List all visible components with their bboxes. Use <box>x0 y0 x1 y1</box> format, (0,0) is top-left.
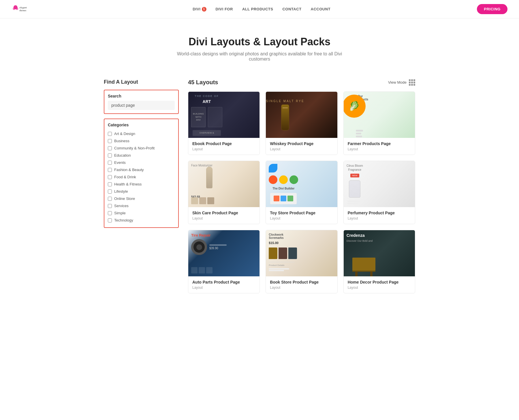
logo[interactable]: elegant themes <box>12 4 46 14</box>
category-checkbox-5[interactable] <box>108 168 112 172</box>
nav-item-divi-for[interactable]: DIVI FOR <box>216 7 233 11</box>
categories-list: Art & DesignBusinessCommunity & Non-Prof… <box>108 130 175 224</box>
card-type-skincare: Layout <box>192 216 255 220</box>
category-item-6[interactable]: Food & Drink <box>108 173 175 181</box>
svg-point-1 <box>16 7 18 10</box>
card-ebook[interactable]: THE CODE OF ART BUILDINGWITHDIVI OVERVIE… <box>188 91 260 155</box>
card-type-autoparts: Layout <box>192 286 255 290</box>
category-item-10[interactable]: Services <box>108 202 175 209</box>
layouts-count: 45 Layouts <box>188 79 218 86</box>
category-item-1[interactable]: Business <box>108 137 175 145</box>
card-info-whiskey: Whiskey Product PageLayout <box>266 138 337 155</box>
card-info-farmer: Farmer Products PageLayout <box>344 138 415 155</box>
category-checkbox-3[interactable] <box>108 153 112 158</box>
category-label-2: Community & Non-Profit <box>114 146 155 150</box>
card-type-farmer: Layout <box>348 147 411 151</box>
card-info-perfumery: Perfumery Product PageLayout <box>344 207 415 224</box>
category-label-5: Fashion & Beauty <box>114 168 144 172</box>
nav-divi-badge: 1 <box>202 7 206 12</box>
category-item-9[interactable]: Online Store <box>108 195 175 202</box>
sidebar-title: Find A Layout <box>104 79 179 85</box>
category-checkbox-2[interactable] <box>108 146 112 150</box>
view-mode-icon <box>409 79 415 86</box>
nav-item-account[interactable]: ACCOUNT <box>311 7 331 11</box>
card-bookstore[interactable]: ClockworkScremarks $15.00 Product Detail… <box>266 230 337 293</box>
card-name-autoparts: Auto Parts Product Page <box>192 280 255 284</box>
category-label-7: Health & Fitness <box>114 182 142 186</box>
content-area: 45 Layouts View Mode THE CODE OF ART BUI… <box>188 79 415 293</box>
category-item-0[interactable]: Art & Design <box>108 130 175 137</box>
category-label-12: Technology <box>114 218 133 222</box>
category-label-6: Food & Drink <box>114 175 136 179</box>
card-autoparts[interactable]: Tire Repair $39.90 Auto Parts Product Pa… <box>188 230 260 293</box>
category-checkbox-11[interactable] <box>108 211 112 215</box>
category-checkbox-1[interactable] <box>108 139 112 143</box>
category-label-8: Lifestyle <box>114 189 128 194</box>
category-item-12[interactable]: Technology <box>108 217 175 224</box>
categories-title: Categories <box>108 123 175 127</box>
category-label-9: Online Store <box>114 196 135 201</box>
card-thumbnail-autoparts: Tire Repair $39.90 <box>188 230 260 276</box>
card-type-ebook: Layout <box>192 147 255 151</box>
card-thumbnail-whiskey: SINGLE MALT RYE <box>266 92 337 138</box>
layouts-grid: THE CODE OF ART BUILDINGWITHDIVI OVERVIE… <box>188 91 415 293</box>
svg-text:themes: themes <box>19 9 26 12</box>
category-checkbox-0[interactable] <box>108 132 112 136</box>
category-checkbox-9[interactable] <box>108 197 112 201</box>
category-item-11[interactable]: Simple <box>108 209 175 217</box>
card-name-whiskey: Whiskey Product Page <box>270 141 333 146</box>
category-label-0: Art & Design <box>114 132 135 136</box>
card-thumbnail-farmer: Our Products 🥬 <box>344 92 415 138</box>
svg-text:elegant: elegant <box>19 6 27 9</box>
category-label-10: Services <box>114 204 129 208</box>
card-name-ebook: Ebook Product Page <box>192 141 255 146</box>
card-thumbnail-ebook: THE CODE OF ART BUILDINGWITHDIVI OVERVIE… <box>188 92 260 138</box>
card-perfumery[interactable]: Citrus BloomFragrance NEW Perfumery Prod… <box>343 161 415 224</box>
nav-item-contact[interactable]: CONTACT <box>282 7 301 11</box>
sidebar: Find A Layout Search Categories Art & De… <box>104 79 179 293</box>
category-item-7[interactable]: Health & Fitness <box>108 181 175 188</box>
category-checkbox-4[interactable] <box>108 161 112 165</box>
pricing-button[interactable]: PRICING <box>477 4 507 14</box>
card-info-toystore: Toy Store Product PageLayout <box>266 207 337 224</box>
category-label-1: Business <box>114 139 129 143</box>
card-thumbnail-perfumery: Citrus BloomFragrance NEW <box>344 161 415 207</box>
card-name-homedecor: Home Decor Product Page <box>348 280 411 284</box>
category-item-4[interactable]: Events <box>108 159 175 166</box>
category-item-3[interactable]: Education <box>108 152 175 159</box>
view-mode[interactable]: View Mode <box>388 79 415 86</box>
category-checkbox-10[interactable] <box>108 204 112 208</box>
card-info-autoparts: Auto Parts Product PageLayout <box>188 276 260 293</box>
card-homedecor[interactable]: Credenza Discover Our Bold and Home Deco… <box>343 230 415 293</box>
card-farmer[interactable]: Our Products 🥬 Farmer Products PageLayou… <box>343 91 415 155</box>
category-label-4: Events <box>114 160 126 165</box>
category-item-2[interactable]: Community & Non-Profit <box>108 145 175 152</box>
category-item-5[interactable]: Fashion & Beauty <box>108 166 175 173</box>
card-thumbnail-skincare: Face Moisturizer $43.69 <box>188 161 260 207</box>
search-input[interactable] <box>108 101 175 110</box>
card-toystore[interactable]: The Divi Builder Toy Store Product PageL… <box>266 161 337 224</box>
card-name-farmer: Farmer Products Page <box>348 141 411 146</box>
card-type-bookstore: Layout <box>270 286 333 290</box>
sidebar-search-box: Search <box>104 90 179 114</box>
card-skincare[interactable]: Face Moisturizer $43.69 Skin Care Produc… <box>188 161 260 224</box>
nav-links: DIVI 1 DIVI FOR ALL PRODUCTS CONTACT ACC… <box>193 7 330 12</box>
category-checkbox-12[interactable] <box>108 218 112 222</box>
main-layout: Find A Layout Search Categories Art & De… <box>86 73 432 311</box>
card-info-bookstore: Book Store Product PageLayout <box>266 276 337 293</box>
nav-item-divi[interactable]: DIVI 1 <box>193 7 206 12</box>
card-name-perfumery: Perfumery Product Page <box>348 211 411 215</box>
content-header: 45 Layouts View Mode <box>188 79 415 86</box>
category-checkbox-6[interactable] <box>108 175 112 179</box>
hero-subtitle: World-class designs with original photos… <box>173 51 346 62</box>
card-whiskey[interactable]: SINGLE MALT RYE Whiskey Product PageLayo… <box>266 91 337 155</box>
category-item-8[interactable]: Lifestyle <box>108 188 175 195</box>
card-thumbnail-homedecor: Credenza Discover Our Bold and <box>344 230 415 276</box>
category-label-3: Education <box>114 153 131 158</box>
card-info-homedecor: Home Decor Product PageLayout <box>344 276 415 293</box>
card-type-toystore: Layout <box>270 216 333 220</box>
category-checkbox-7[interactable] <box>108 182 112 186</box>
nav-item-all-products[interactable]: ALL PRODUCTS <box>242 7 273 11</box>
category-checkbox-8[interactable] <box>108 190 112 194</box>
search-label: Search <box>108 94 175 98</box>
